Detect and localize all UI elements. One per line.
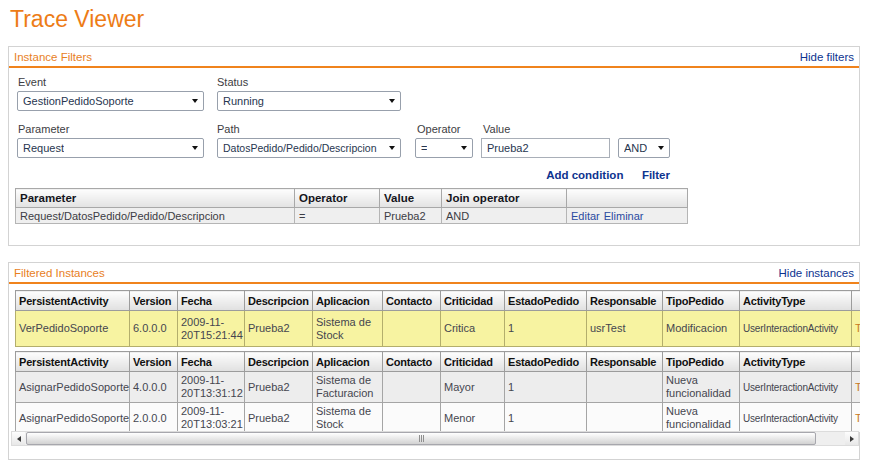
join-operator-select-value: AND: [624, 142, 647, 154]
cell-fecha: 2009-11-20T13:03:21: [178, 403, 245, 433]
cell-version: 2.0.0.0: [130, 403, 178, 433]
cell-contacto: [383, 403, 441, 433]
cell-responsable: [587, 403, 663, 433]
thumb-grip-icon: [419, 435, 420, 442]
cell-estado-pedido: 1: [505, 311, 587, 347]
cell-aplicacion: Sistema de Stock: [313, 311, 383, 347]
add-condition-link[interactable]: Add condition: [546, 169, 623, 181]
cell-estado-pedido: 1: [505, 372, 587, 403]
cell-contacto: [383, 311, 441, 347]
right-arrow-icon: [850, 436, 854, 442]
path-select-value: DatosPedido/Pedido/Descripcion: [223, 142, 377, 154]
event-label: Event: [18, 76, 46, 88]
cell-trace: T: [852, 403, 861, 433]
cell-version: 4.0.0.0: [130, 372, 178, 403]
cell-activity-type: UserInteractionActivity: [740, 372, 852, 403]
parameter-select[interactable]: Request: [17, 138, 204, 158]
cell-aplicacion: Sistema de Facturacion: [313, 372, 383, 403]
filter-actions: Add condition Filter: [415, 165, 670, 183]
column-header: ActivityType: [740, 352, 852, 372]
cell-persistent-activity: AsignarPedidoSoporte: [16, 372, 130, 403]
event-select[interactable]: GestionPedidoSoporte: [17, 91, 204, 111]
cell-trace: T: [852, 311, 861, 347]
hide-instances-link[interactable]: Hide instances: [779, 267, 854, 279]
cell-persistent-activity: AsignarPedidoSoporte: [16, 403, 130, 433]
column-header: Fecha: [178, 291, 245, 311]
filter-link[interactable]: Filter: [642, 169, 670, 181]
cell-descripcion: Prueba2: [245, 311, 313, 347]
scroll-right-button[interactable]: [845, 432, 858, 445]
trace-link[interactable]: T: [855, 412, 860, 424]
filters-panel-header: Instance Filters Hide filters: [9, 47, 859, 68]
condition-operator: =: [295, 208, 380, 224]
instances-panel-header: Filtered Instances Hide instances: [9, 263, 859, 284]
column-header: EstadoPedido: [505, 352, 587, 372]
column-header: Operator: [295, 189, 380, 208]
filters-section-title: Instance Filters: [14, 51, 92, 63]
chevron-down-icon: [658, 146, 664, 150]
operator-label: Operator: [417, 123, 460, 135]
status-select[interactable]: Running: [217, 91, 401, 111]
column-header: Responsable: [587, 352, 663, 372]
cell-version: 6.0.0.0: [130, 311, 178, 347]
status-select-value: Running: [223, 95, 264, 107]
cell-persistent-activity: VerPedidoSoporte: [16, 311, 130, 347]
value-label: Value: [483, 123, 510, 135]
column-header: PersistentActivity: [16, 352, 130, 372]
column-header: Descripcion: [245, 291, 313, 311]
cell-trace: T: [852, 372, 861, 403]
cell-estado-pedido: 1: [505, 403, 587, 433]
column-header: PersistentActivity: [16, 291, 130, 311]
left-arrow-icon: [17, 436, 21, 442]
column-header: TipoPedido: [663, 291, 740, 311]
operator-select[interactable]: =: [415, 138, 473, 158]
trace-link[interactable]: T: [855, 381, 860, 393]
cell-responsable: usrTest: [587, 311, 663, 347]
cell-fecha: 2009-11-20T15:21:44: [178, 311, 245, 347]
column-header: Parameter: [16, 189, 295, 208]
horizontal-scrollbar[interactable]: [11, 431, 859, 446]
chevron-down-icon: [192, 99, 198, 103]
instances-header-row: PersistentActivity Version Fecha Descrip…: [16, 352, 861, 372]
chevron-down-icon: [461, 146, 467, 150]
cell-tipo-pedido: Nueva funcionalidad: [663, 372, 740, 403]
trace-link[interactable]: T: [855, 322, 860, 334]
column-header: [567, 189, 688, 208]
parameter-select-value: Request: [23, 142, 64, 154]
cell-tipo-pedido: Nueva funcionalidad: [663, 403, 740, 433]
cell-tipo-pedido: Modificacion: [663, 311, 740, 347]
chevron-down-icon: [389, 99, 395, 103]
column-header: ActivityType: [740, 291, 852, 311]
instance-row[interactable]: AsignarPedidoSoporte 2.0.0.0 2009-11-20T…: [16, 403, 861, 433]
column-header: EstadoPedido: [505, 291, 587, 311]
value-input[interactable]: [481, 138, 610, 158]
column-header: [852, 352, 861, 372]
cell-responsable: [587, 372, 663, 403]
path-select[interactable]: DatosPedido/Pedido/Descripcion: [217, 138, 401, 158]
column-header: Fecha: [178, 352, 245, 372]
instance-row[interactable]: AsignarPedidoSoporte 4.0.0.0 2009-11-20T…: [16, 372, 861, 403]
column-header: Criticidad: [441, 291, 505, 311]
condition-join: AND: [442, 208, 567, 224]
cell-criticidad: Mayor: [441, 372, 505, 403]
instances-section-title: Filtered Instances: [14, 267, 105, 279]
column-header: Version: [130, 291, 178, 311]
parameter-label: Parameter: [18, 123, 69, 135]
scroll-left-button[interactable]: [12, 432, 25, 445]
cell-contacto: [383, 372, 441, 403]
cell-activity-type: UserInteractionActivity: [740, 311, 852, 347]
column-header: Version: [130, 352, 178, 372]
path-label: Path: [217, 123, 240, 135]
hide-filters-link[interactable]: Hide filters: [800, 51, 854, 63]
instance-row-selected[interactable]: VerPedidoSoporte 6.0.0.0 2009-11-20T15:2…: [16, 311, 861, 347]
delete-link[interactable]: Eliminar: [604, 210, 644, 222]
scrollbar-thumb[interactable]: [26, 432, 816, 445]
instances-scroll-area: PersistentActivity Version Fecha Descrip…: [15, 290, 860, 432]
condition-row: Request/DatosPedido/Pedido/Descripcion =…: [16, 208, 688, 224]
column-header: [852, 291, 861, 311]
edit-link[interactable]: Editar: [571, 210, 600, 222]
join-operator-select[interactable]: AND: [618, 138, 670, 158]
instances-table-2: PersistentActivity Version Fecha Descrip…: [15, 351, 860, 432]
condition-actions: EditarEliminar: [567, 208, 688, 224]
column-header: Descripcion: [245, 352, 313, 372]
